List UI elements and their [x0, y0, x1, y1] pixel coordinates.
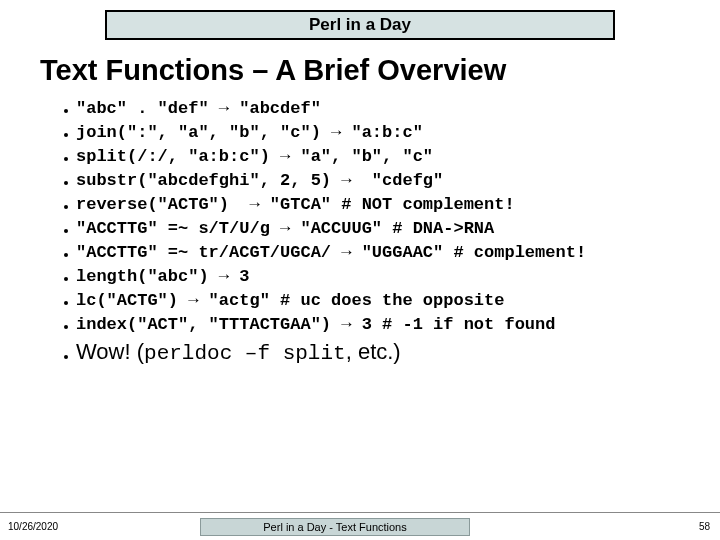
- bullet-dot-icon: [64, 157, 68, 161]
- footer-title: Perl in a Day - Text Functions: [200, 518, 470, 536]
- list-item: index("ACT", "TTTACTGAA") → 3 # -1 if no…: [64, 315, 720, 334]
- code-line: reverse("ACTG") → "GTCA" # NOT complemen…: [76, 195, 515, 214]
- code-line: length("abc") → 3: [76, 267, 249, 286]
- footer-date: 10/26/2020: [8, 521, 58, 532]
- bullet-dot-icon: [64, 109, 68, 113]
- wow-prefix: Wow! (: [76, 339, 144, 364]
- title-banner: Perl in a Day: [105, 10, 615, 40]
- bullet-dot-icon: [64, 205, 68, 209]
- code-line: split(/:/, "a:b:c") → "a", "b", "c": [76, 147, 433, 166]
- bullet-dot-icon: [64, 355, 68, 359]
- list-item: lc("ACTG") → "actg" # uc does the opposi…: [64, 291, 720, 310]
- bullet-dot-icon: [64, 253, 68, 257]
- wow-suffix: , etc.): [346, 339, 401, 364]
- wow-mono: perldoc –f split: [144, 342, 346, 365]
- bullet-dot-icon: [64, 325, 68, 329]
- code-line: "ACCTTG" =~ tr/ACGT/UGCA/ → "UGGAAC" # c…: [76, 243, 586, 262]
- list-item: "ACCTTG" =~ tr/ACGT/UGCA/ → "UGGAAC" # c…: [64, 243, 720, 262]
- list-item: split(/:/, "a:b:c") → "a", "b", "c": [64, 147, 720, 166]
- code-line: index("ACT", "TTTACTGAA") → 3 # -1 if no…: [76, 315, 555, 334]
- code-line: "ACCTTG" =~ s/T/U/g → "ACCUUG" # DNA->RN…: [76, 219, 494, 238]
- footer-rule: [0, 512, 720, 513]
- code-line: "abc" . "def" → "abcdef": [76, 99, 321, 118]
- list-item: reverse("ACTG") → "GTCA" # NOT complemen…: [64, 195, 720, 214]
- code-line: join(":", "a", "b", "c") → "a:b:c": [76, 123, 423, 142]
- slide-headline: Text Functions – A Brief Overview: [40, 54, 720, 87]
- list-item: "ACCTTG" =~ s/T/U/g → "ACCUUG" # DNA->RN…: [64, 219, 720, 238]
- bullet-list: "abc" . "def" → "abcdef" join(":", "a", …: [64, 99, 720, 365]
- bullet-dot-icon: [64, 301, 68, 305]
- bullet-dot-icon: [64, 181, 68, 185]
- code-line: substr("abcdefghi", 2, 5) → "cdefg": [76, 171, 443, 190]
- list-item: "abc" . "def" → "abcdef": [64, 99, 720, 118]
- list-item: Wow! (perldoc –f split, etc.): [64, 339, 720, 365]
- list-item: length("abc") → 3: [64, 267, 720, 286]
- list-item: join(":", "a", "b", "c") → "a:b:c": [64, 123, 720, 142]
- wow-line: Wow! (perldoc –f split, etc.): [76, 339, 401, 365]
- bullet-dot-icon: [64, 229, 68, 233]
- footer: 10/26/2020 Perl in a Day - Text Function…: [0, 512, 720, 540]
- page-number: 58: [699, 521, 710, 532]
- code-line: lc("ACTG") → "actg" # uc does the opposi…: [76, 291, 504, 310]
- list-item: substr("abcdefghi", 2, 5) → "cdefg": [64, 171, 720, 190]
- bullet-dot-icon: [64, 133, 68, 137]
- bullet-dot-icon: [64, 277, 68, 281]
